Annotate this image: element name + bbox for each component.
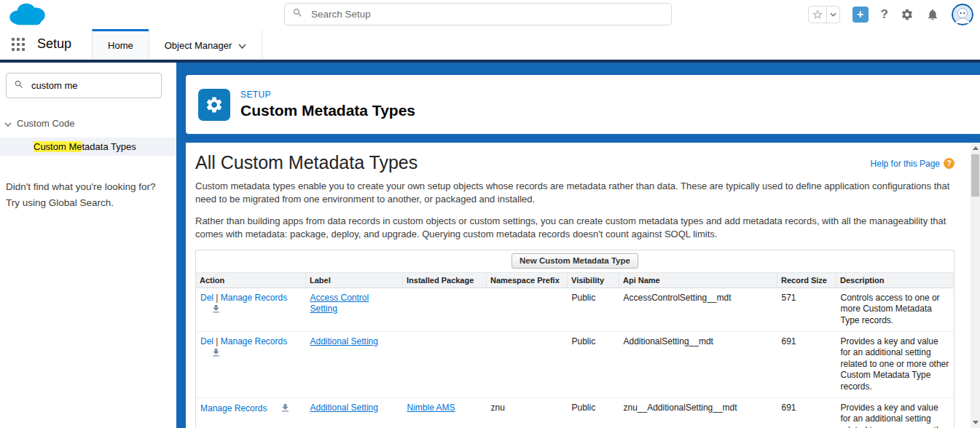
manage-records-link[interactable]: Manage Records bbox=[200, 403, 267, 413]
tab-home[interactable]: Home bbox=[92, 29, 149, 59]
scrollbar-thumb[interactable] bbox=[971, 154, 979, 197]
sidebar-search-box[interactable] bbox=[6, 73, 162, 98]
sidebar-section-label: Custom Code bbox=[17, 118, 74, 129]
record-size-cell: 691 bbox=[777, 397, 836, 428]
notifications-bell-icon[interactable] bbox=[926, 8, 939, 21]
setup-gear-tile-icon bbox=[198, 89, 230, 121]
salesforce-logo-icon bbox=[6, 1, 50, 31]
description-cell: Provides a key and value for an addition… bbox=[836, 397, 954, 428]
visibility-cell: Public bbox=[568, 331, 619, 397]
column-header-api-name: Api Name bbox=[619, 272, 777, 288]
sidebar-item-custom-metadata-types[interactable]: Custom Metadata Types bbox=[0, 138, 176, 156]
del-link[interactable]: Del bbox=[200, 293, 213, 303]
package-download-icon bbox=[211, 347, 222, 362]
column-header-installed-package: Installed Package bbox=[403, 272, 487, 288]
label-link[interactable]: Access Control Setting bbox=[310, 293, 369, 314]
app-name: Setup bbox=[37, 36, 71, 52]
api-name-cell: AdditionalSetting__mdt bbox=[619, 331, 777, 397]
setup-gear-icon[interactable] bbox=[901, 8, 914, 21]
api-name-cell: znu__AdditionalSetting__mdt bbox=[619, 397, 777, 428]
metadata-list-box: New Custom Metadata Type ActionLabelInst… bbox=[195, 250, 954, 428]
metadata-table-body: Del | Manage Records Access Control Sett… bbox=[196, 288, 954, 428]
api-name-cell: AccessControlSetting__mdt bbox=[619, 288, 777, 331]
setup-nav-bar: Setup Home Object Manager bbox=[0, 29, 980, 60]
chevron-down-icon bbox=[238, 40, 246, 51]
column-header-description: Description bbox=[836, 272, 954, 288]
page-header-eyebrow: SETUP bbox=[240, 90, 415, 100]
page-header-title: Custom Metadata Types bbox=[240, 102, 415, 119]
help-for-this-page-link[interactable]: Help for this Page bbox=[871, 159, 940, 169]
sidebar-item-label-rest: tadata Types bbox=[82, 141, 136, 152]
scroll-up-arrow-icon[interactable] bbox=[971, 143, 980, 154]
new-custom-metadata-type-button[interactable]: New Custom Metadata Type bbox=[511, 253, 638, 269]
not-found-line-1: Didn't find what you're looking for? bbox=[6, 180, 170, 194]
manage-records-link[interactable]: Manage Records bbox=[221, 293, 287, 303]
help-glyph: ? bbox=[946, 159, 951, 167]
action-links: Del | Manage Records bbox=[200, 336, 287, 346]
sidebar-search-input[interactable] bbox=[30, 79, 161, 92]
help-orange-icon[interactable]: ? bbox=[944, 158, 954, 169]
description-cell: Provides a key and value for an addition… bbox=[836, 331, 954, 397]
page-title: All Custom Metadata Types bbox=[195, 151, 418, 173]
table-row: Del | Manage Records Access Control Sett… bbox=[196, 288, 954, 331]
action-cell: Del | Manage Records bbox=[196, 288, 306, 331]
column-header-record-size: Record Size bbox=[777, 272, 836, 288]
favorites-group bbox=[808, 6, 840, 23]
namespace-prefix-cell bbox=[487, 288, 568, 331]
quick-create-plus-button[interactable]: + bbox=[852, 7, 869, 23]
package-download-icon bbox=[280, 403, 291, 417]
intro-paragraph-1: Custom metadata types enable you to crea… bbox=[195, 180, 954, 207]
del-link[interactable]: Del bbox=[200, 336, 213, 346]
action-links: Del | Manage Records bbox=[200, 293, 287, 303]
visibility-cell: Public bbox=[568, 397, 619, 428]
setup-content-area: SETUP Custom Metadata Types All Custom M… bbox=[176, 63, 980, 428]
scroll-down-arrow-icon[interactable] bbox=[971, 417, 980, 428]
favorites-dropdown-chevron-icon[interactable] bbox=[827, 7, 839, 23]
favorites-star-icon[interactable] bbox=[809, 7, 826, 23]
tab-home-label: Home bbox=[108, 40, 133, 51]
metadata-table: ActionLabelInstalled PackageNamespace Pr… bbox=[196, 272, 954, 428]
tab-object-manager[interactable]: Object Manager bbox=[149, 29, 263, 59]
vertical-scrollbar[interactable] bbox=[971, 143, 980, 428]
column-header-namespace-prefix: Namespace Prefix bbox=[487, 272, 568, 288]
label-cell: Additional Setting bbox=[306, 397, 403, 428]
header-actions: + ? bbox=[808, 0, 973, 29]
intro-paragraph-2: Rather than building apps from data reco… bbox=[195, 215, 954, 242]
metadata-table-header-row: ActionLabelInstalled PackageNamespace Pr… bbox=[196, 272, 954, 288]
list-button-row: New Custom Metadata Type bbox=[196, 250, 954, 272]
column-header-action: Action bbox=[196, 272, 306, 288]
record-size-cell: 571 bbox=[777, 288, 836, 331]
action-separator: | bbox=[213, 293, 221, 303]
setup-sidebar: Custom Code Custom Metadata Types Didn't… bbox=[0, 63, 176, 428]
table-row: Del | Manage Records Additional Setting … bbox=[196, 331, 954, 397]
manage-records-link[interactable]: Manage Records bbox=[221, 336, 287, 346]
installed-package-link[interactable]: Nimble AMS bbox=[407, 403, 455, 413]
record-size-cell: 691 bbox=[777, 331, 836, 397]
label-cell: Access Control Setting bbox=[306, 288, 403, 331]
help-for-this-page: Help for this Page ? bbox=[871, 158, 954, 169]
not-found-line-2: Try using Global Search. bbox=[6, 196, 170, 210]
action-cell: Del | Manage Records bbox=[196, 331, 306, 397]
content-panel: All Custom Metadata Types Help for this … bbox=[186, 143, 980, 428]
search-icon bbox=[292, 7, 310, 21]
search-match-highlight: Custom Me bbox=[34, 141, 82, 152]
installed-package-cell: Nimble AMS bbox=[403, 397, 487, 428]
sidebar-section-custom-code[interactable]: Custom Code bbox=[4, 118, 176, 129]
table-row: Manage Records Additional Setting Nimble… bbox=[196, 397, 954, 428]
visibility-cell: Public bbox=[568, 288, 619, 331]
app-launcher-waffle-icon[interactable] bbox=[12, 38, 25, 51]
tab-object-manager-label: Object Manager bbox=[165, 40, 232, 51]
installed-package-cell bbox=[403, 331, 487, 397]
label-link[interactable]: Additional Setting bbox=[310, 336, 378, 346]
action-separator: | bbox=[213, 336, 221, 346]
namespace-prefix-cell: znu bbox=[487, 397, 568, 428]
action-cell: Manage Records bbox=[196, 397, 306, 428]
global-search-box[interactable] bbox=[284, 3, 672, 25]
chevron-down-icon bbox=[4, 118, 12, 129]
help-icon[interactable]: ? bbox=[881, 7, 888, 22]
global-search-input[interactable] bbox=[310, 8, 664, 20]
installed-package-cell bbox=[403, 288, 487, 331]
column-header-label: Label bbox=[306, 272, 403, 288]
label-link[interactable]: Additional Setting bbox=[310, 403, 378, 413]
user-avatar[interactable] bbox=[952, 4, 973, 25]
